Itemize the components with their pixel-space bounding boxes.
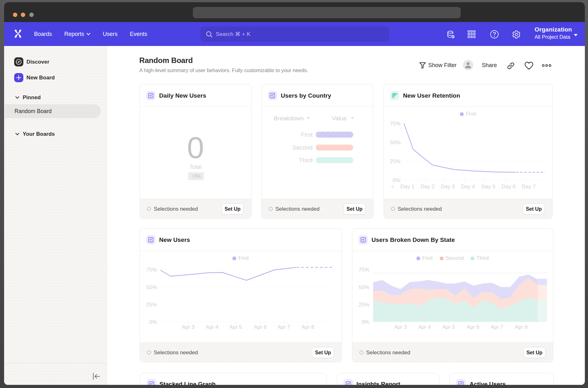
svg-text:0%: 0% (393, 177, 401, 183)
svg-text:Day 3: Day 3 (441, 184, 455, 190)
svg-text:Day 2: Day 2 (421, 184, 435, 190)
svg-text:Day 5: Day 5 (481, 184, 495, 190)
svg-text:Apr 7: Apr 7 (491, 324, 504, 330)
svg-text:Apr 8: Apr 8 (515, 324, 528, 330)
svg-text:Apr 8: Apr 8 (302, 324, 314, 330)
svg-text:Day 7: Day 7 (522, 184, 536, 190)
svg-text:Day 1: Day 1 (401, 184, 414, 190)
svg-text:Apr 4: Apr 4 (418, 324, 431, 330)
svg-text:Day 6: Day 6 (502, 184, 516, 190)
svg-text:75%: 75% (390, 121, 401, 127)
svg-text:Day 4: Day 4 (461, 184, 475, 190)
svg-text:75%: 75% (146, 267, 157, 273)
svg-text:50%: 50% (390, 140, 401, 146)
svg-text:75%: 75% (359, 267, 369, 273)
svg-text:Apr 6: Apr 6 (467, 324, 480, 330)
svg-text:Apr 3: Apr 3 (182, 324, 195, 330)
svg-text:0%: 0% (149, 319, 157, 325)
svg-text:25%: 25% (390, 158, 401, 164)
svg-text:25%: 25% (146, 302, 157, 308)
svg-text:Apr 5: Apr 5 (442, 324, 455, 330)
svg-text:Apr 3: Apr 3 (394, 324, 407, 330)
svg-text:50%: 50% (359, 284, 369, 290)
svg-text:Apr 7: Apr 7 (278, 324, 291, 330)
svg-text:Apr 6: Apr 6 (254, 324, 267, 330)
svg-text:<: < (391, 184, 394, 190)
svg-text:25%: 25% (359, 302, 369, 308)
svg-text:50%: 50% (146, 284, 157, 290)
svg-text:Apr 4: Apr 4 (206, 324, 219, 330)
svg-text:Apr 5: Apr 5 (229, 324, 242, 330)
svg-text:0%: 0% (361, 319, 369, 325)
